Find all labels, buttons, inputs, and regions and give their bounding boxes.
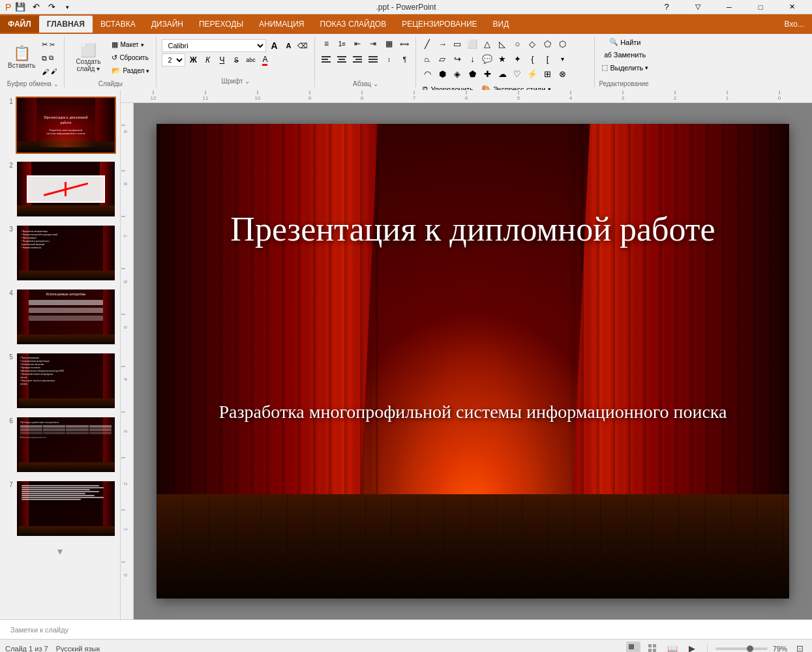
shape-rounded-rect[interactable]: ⬜ — [465, 37, 479, 51]
editor-canvas[interactable]: Презентация к дипломной работе Разработк… — [134, 103, 812, 619]
tab-view[interactable]: ВИД — [485, 16, 517, 33]
slide-panel[interactable]: 1 Презентация к дипломнойработе Разработ… — [0, 90, 121, 619]
clear-format-icon[interactable]: ⌫ — [296, 40, 309, 52]
slide-img-3[interactable]: • Внутренняя интерпретация. • Наличие вн… — [16, 224, 116, 282]
slide-sorter-button[interactable] — [646, 642, 660, 653]
columns-button[interactable]: ▦ — [382, 37, 396, 51]
slide-title-text[interactable]: Презентация к дипломной работе — [188, 209, 758, 250]
slide-thumb-6[interactable]: 6 Таблица сравнения алгоритмов — [3, 415, 117, 475]
shape-flow2[interactable]: ◈ — [450, 67, 464, 81]
notes-area[interactable]: Заметки к слайду — [0, 619, 812, 639]
quick-undo-icon[interactable]: ↶ — [29, 1, 42, 14]
tab-slideshow[interactable]: ПОКАЗ СЛАЙДОВ — [312, 16, 395, 33]
font-name-select[interactable]: Calibri — [162, 39, 266, 52]
restore-button[interactable]: □ — [745, 0, 775, 14]
format-painter-button[interactable]: 🖌 🖌 — [39, 67, 60, 77]
shape-parallelogram[interactable]: ▱ — [435, 52, 449, 66]
tab-login[interactable]: Вхо... — [777, 16, 812, 33]
cut-button[interactable]: ✂ ✂ — [39, 39, 60, 50]
shape-custom1[interactable]: ⊞ — [540, 67, 554, 81]
scroll-down[interactable]: ▾ — [3, 545, 117, 557]
find-button[interactable]: 🔍 Найти — [607, 37, 643, 48]
help-button[interactable]: ? — [652, 0, 682, 14]
shape-callout[interactable]: 💬 — [480, 52, 494, 66]
paragraph-options-button[interactable]: ¶ — [397, 52, 412, 67]
fit-slide-button[interactable]: ⊡ — [792, 642, 807, 653]
shape-bracket[interactable]: [ — [540, 52, 554, 66]
customize-qat-icon[interactable]: ▾ — [61, 1, 74, 14]
font-color-button[interactable]: А — [258, 53, 271, 67]
font-grow-button[interactable]: A — [267, 39, 280, 52]
slide-thumb-4[interactable]: 4 Используемые алгоритмы — [3, 287, 117, 347]
slide-img-2[interactable] — [16, 160, 116, 218]
tab-file[interactable]: ФАЙЛ — [0, 16, 39, 33]
tab-animations[interactable]: АНИМАЦИЯ — [251, 16, 312, 33]
zoom-thumb[interactable] — [747, 645, 753, 652]
shape-arrow-line[interactable]: → — [435, 37, 449, 51]
select-button[interactable]: ⬚ Выделить ▾ — [599, 62, 651, 73]
smallcaps-button[interactable]: abc — [244, 53, 257, 67]
section-button[interactable]: 📂 Раздел ▾ — [109, 65, 152, 76]
reading-view-button[interactable]: 📖 — [665, 642, 680, 653]
decrease-list-button[interactable]: ⇤ — [350, 37, 365, 51]
slide-thumb-1[interactable]: 1 Презентация к дипломнойработе Разработ… — [3, 95, 117, 155]
new-slide-button[interactable]: ⬜ Создатьслайд ▾ — [68, 42, 108, 74]
replace-button[interactable]: аб Заменить — [601, 50, 648, 60]
justify-button[interactable] — [366, 52, 380, 67]
paste-button[interactable]: 📋 Вставить — [5, 45, 38, 70]
slide-img-4[interactable]: Используемые алгоритмы — [16, 288, 116, 346]
align-center-button[interactable] — [335, 52, 349, 67]
shape-flow1[interactable]: ⬢ — [435, 67, 449, 81]
shape-diamond[interactable]: ◇ — [525, 37, 539, 51]
font-expand-icon[interactable]: ⌄ — [245, 78, 250, 85]
shape-trapezoid[interactable]: ⏢ — [420, 52, 434, 66]
reset-button[interactable]: ↺ Сбросить — [109, 52, 152, 63]
shape-arc[interactable]: ◠ — [420, 67, 434, 81]
align-left-button[interactable] — [319, 52, 333, 67]
italic-button[interactable]: К — [201, 53, 214, 67]
shape-curved-right[interactable]: ↪ — [450, 52, 464, 66]
shape-pentagon[interactable]: ⬠ — [540, 37, 554, 51]
shape-hex[interactable]: ⬡ — [555, 37, 569, 51]
close-button[interactable]: ✕ — [777, 0, 807, 14]
tab-home[interactable]: ГЛАВНАЯ — [39, 16, 93, 33]
shape-down-arrow[interactable]: ↓ — [465, 52, 479, 66]
shape-custom2[interactable]: ⊗ — [555, 67, 569, 81]
text-direction-button[interactable]: ⟺ — [397, 37, 412, 51]
slide-img-1[interactable]: Презентация к дипломнойработе Разработка… — [16, 96, 116, 154]
slide-thumb-7[interactable]: 7 — [3, 479, 117, 539]
shape-star4[interactable]: ✦ — [510, 52, 524, 66]
shape-star5[interactable]: ★ — [495, 52, 509, 66]
strikethrough-button[interactable]: S — [230, 53, 243, 67]
shape-right-tri[interactable]: ◺ — [495, 37, 509, 51]
minimize-button[interactable]: ─ — [714, 0, 744, 14]
line-spacing-button[interactable]: ↕ — [382, 52, 396, 67]
bullet-list-button[interactable]: ≡ — [319, 37, 333, 51]
bold-button[interactable]: Ж — [187, 53, 200, 67]
slide-img-7[interactable] — [16, 480, 116, 537]
shape-cross[interactable]: ✚ — [480, 67, 494, 81]
tab-insert[interactable]: ВСТАВКА — [93, 16, 143, 33]
numbered-list-button[interactable]: 1≡ — [335, 37, 349, 51]
tab-design[interactable]: ДИЗАЙН — [143, 16, 191, 33]
slideshow-button[interactable]: ▶ — [685, 642, 699, 653]
shapes-more[interactable]: ▾ — [555, 52, 569, 66]
shape-line[interactable]: ╱ — [420, 37, 434, 51]
increase-list-button[interactable]: ⇥ — [366, 37, 380, 51]
shape-flow3[interactable]: ⬟ — [465, 67, 479, 81]
slide-img-5[interactable]: • Поиск информации. • Структуризация док… — [16, 352, 116, 409]
shape-lightning[interactable]: ⚡ — [525, 67, 539, 81]
slide-thumb-3[interactable]: 3 • Внутренняя интерпретация. • Наличие … — [3, 223, 117, 283]
shape-rect[interactable]: ▭ — [450, 37, 464, 51]
slide-thumb-5[interactable]: 5 • Поиск информации. • Структуризация д… — [3, 351, 117, 411]
zoom-slider[interactable] — [715, 647, 768, 650]
clipboard-expand-icon[interactable]: ⌄ — [53, 81, 59, 87]
shape-brace[interactable]: { — [525, 52, 539, 66]
shape-cloud[interactable]: ☁ — [495, 67, 509, 81]
quick-save-icon[interactable]: 💾 — [14, 1, 27, 14]
shape-heart[interactable]: ♡ — [510, 67, 524, 81]
font-size-select[interactable]: 24 — [162, 53, 185, 67]
font-shrink-button[interactable]: A — [282, 39, 295, 52]
slide-thumb-2[interactable]: 2 — [3, 159, 117, 219]
shape-isoceles[interactable]: △ — [480, 37, 494, 51]
